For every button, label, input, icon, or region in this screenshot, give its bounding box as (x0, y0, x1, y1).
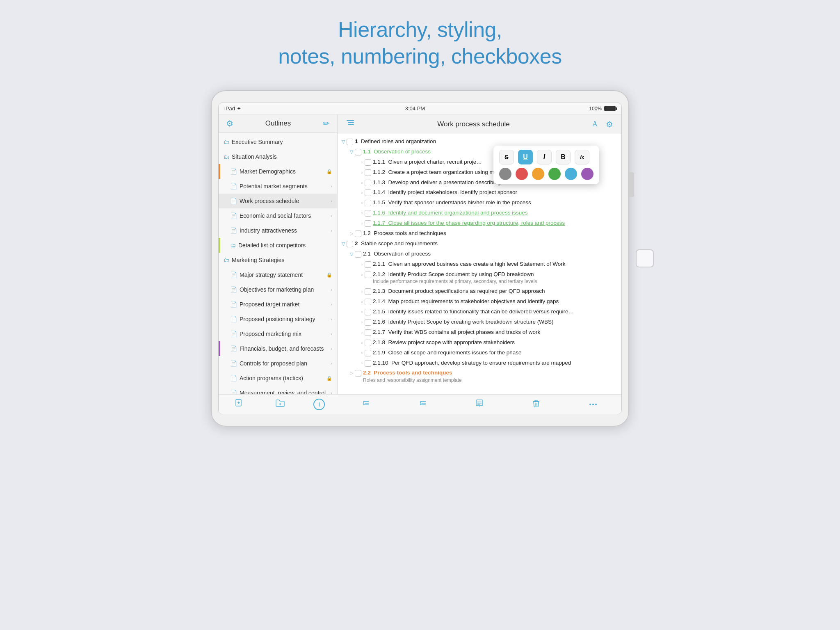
checkbox[interactable] (365, 340, 371, 346)
color-blue[interactable] (565, 168, 577, 180)
outline-row[interactable]: ○ 1.1.5 Verify that sponsor understands … (338, 198, 621, 208)
underline-button[interactable]: U (518, 150, 533, 164)
checkbox[interactable] (365, 360, 371, 367)
checkbox[interactable] (365, 189, 371, 196)
checkbox[interactable] (347, 139, 353, 145)
clear-format-button[interactable]: Ix (575, 150, 589, 164)
outline-row[interactable]: ○ 1.1.6 Identify and document organizati… (338, 208, 621, 218)
sidebar-item-proposed-target[interactable]: 📄 Proposed target market › (219, 297, 337, 312)
checkbox[interactable] (355, 149, 361, 155)
outline-row[interactable]: ○ 2.1.2 Identify Product Scope document … (338, 269, 621, 287)
ipad-label: iPad ✦ (224, 105, 241, 112)
sidebar-item-marketing-strategies[interactable]: 🗂 Marketing Strategies (219, 253, 337, 267)
settings-button[interactable]: ⚙ (224, 118, 235, 129)
bold-button[interactable]: B (556, 150, 571, 164)
info-button[interactable]: i (313, 399, 325, 410)
sidebar-item-controls-proposed[interactable]: 📄 Controls for proposed plan › (219, 356, 337, 371)
font-button[interactable]: A (590, 119, 600, 129)
sidebar-item-market-demographics[interactable]: 📄 Market Demographics 🔒 (219, 164, 337, 179)
outline-row[interactable]: ○ 2.1.10 Per QFD approach, develop strat… (338, 358, 621, 368)
checkbox[interactable] (365, 319, 371, 326)
note-button[interactable] (472, 398, 487, 411)
circle-bullet-icon: ○ (361, 289, 363, 294)
indent-increase-button[interactable] (415, 398, 431, 411)
checkbox[interactable] (365, 200, 371, 206)
chevron-icon: › (331, 302, 332, 307)
checkbox[interactable] (365, 169, 371, 176)
new-doc-button[interactable] (231, 398, 247, 411)
sidebar-item-objectives-marketing[interactable]: 📄 Objectives for marketing plan › (219, 282, 337, 297)
circle-bullet-icon: ○ (361, 160, 363, 165)
sidebar-item-major-strategy[interactable]: 📄 Major strategy statement 🔒 (219, 267, 337, 282)
color-gray[interactable] (499, 168, 511, 180)
triangle-right-icon: ▷ (350, 231, 353, 237)
checkbox[interactable] (365, 159, 371, 166)
sidebar-item-situation-analysis[interactable]: 🗂 Situation Analysis (219, 149, 337, 164)
delete-button[interactable] (528, 398, 544, 411)
checkbox[interactable] (365, 350, 371, 356)
outline-row[interactable]: ○ 2.1.3 Document product specifications … (338, 286, 621, 297)
sidebar-item-industry-attract[interactable]: 📄 Industry attractiveness › (219, 223, 337, 238)
battery-percent: 100% (589, 106, 602, 112)
outline-row[interactable]: ○ 2.1.6 Identify Project Scope by creati… (338, 317, 621, 327)
outline-row[interactable]: ○ 2.1.1 Given an approved business case … (338, 259, 621, 269)
settings-right-button[interactable]: ⚙ (603, 119, 616, 130)
folder-icon: 🗂 (224, 257, 229, 263)
checkbox[interactable] (365, 220, 371, 227)
sidebar-header: ⚙ Outlines ✏ (219, 114, 337, 133)
sidebar-item-work-process[interactable]: 📄 Work process schedule › (219, 194, 337, 208)
sidebar-item-proposed-marketing-mix[interactable]: 📄 Proposed marketing mix › (219, 326, 337, 341)
outline-row[interactable]: ▷ 1.2 Process tools and techniques (338, 228, 621, 239)
italic-button[interactable]: I (537, 150, 552, 164)
color-green[interactable] (548, 168, 561, 180)
checkbox[interactable] (365, 299, 371, 305)
outline-row[interactable]: ▽ 2 Stable scope and requirements (338, 239, 621, 249)
outline-row[interactable]: ○ 1.1.7 Close all issues for the phase r… (338, 218, 621, 228)
outline-row[interactable]: ○ 2.1.9 Close all scope and requirements… (338, 348, 621, 358)
new-folder-button[interactable] (272, 398, 288, 411)
triangle-open-icon: ▽ (350, 251, 353, 257)
outline-row[interactable]: ▷ 2.2 Process tools and techniquesRoles … (338, 368, 621, 385)
sidebar-item-financials[interactable]: 📄 Financials, budget, and forecasts › (219, 341, 337, 356)
outline-row[interactable]: ○ 1.1.4 Identify project stakeholders, i… (338, 187, 621, 198)
outline-icon-button[interactable] (343, 118, 357, 130)
checkbox[interactable] (365, 329, 371, 336)
outline-row[interactable]: ○ 2.1.8 Review project scope with approp… (338, 338, 621, 348)
color-orange[interactable] (532, 168, 544, 180)
outline-row[interactable]: ▽ 2.1 Observation of process (338, 249, 621, 259)
checkbox[interactable] (365, 288, 371, 295)
more-options-button[interactable] (585, 399, 601, 410)
chevron-icon: › (331, 228, 332, 233)
indent-decrease-button[interactable] (358, 398, 374, 411)
sidebar-item-economic-social[interactable]: 📄 Economic and social factors › (219, 208, 337, 223)
color-purple[interactable] (581, 168, 593, 180)
svg-rect-7 (348, 124, 354, 125)
strikethrough-button[interactable]: S (499, 150, 514, 164)
edit-button[interactable]: ✏ (321, 118, 331, 129)
outline-row[interactable]: ○ 2.1.5 Identify issues related to funct… (338, 307, 621, 317)
sidebar-item-label: Measurement, review, and control (240, 390, 328, 394)
outline-row[interactable]: ○ 2.1.7 Verify that WBS contains all pro… (338, 327, 621, 338)
checkbox[interactable] (347, 241, 353, 247)
sidebar-item-action-programs[interactable]: 📄 Action programs (tactics) 🔒 (219, 371, 337, 386)
checkbox[interactable] (365, 210, 371, 217)
sidebar-item-measurement-review[interactable]: 📄 Measurement, review, and control › (219, 386, 337, 394)
color-red[interactable] (516, 168, 528, 180)
home-button[interactable] (636, 249, 654, 267)
sidebar-item-detailed-competitors[interactable]: 🗂 Detailed list of competitors (219, 238, 337, 253)
sidebar-item-executive-summary[interactable]: 🗂 Executive Summary (219, 135, 337, 149)
ipad-side-button (629, 172, 634, 197)
checkbox[interactable] (365, 272, 371, 278)
sidebar-item-proposed-positioning[interactable]: 📄 Proposed positioning strategy › (219, 312, 337, 326)
right-panel: Work process schedule A ⚙ S U I B (338, 114, 621, 414)
sidebar-item-potential-market[interactable]: 📄 Potential market segments › (219, 179, 337, 194)
status-right: 100% (589, 106, 616, 112)
checkbox[interactable] (355, 370, 361, 377)
checkbox[interactable] (365, 180, 371, 186)
checkbox[interactable] (365, 261, 371, 268)
checkbox[interactable] (355, 251, 361, 258)
folder-icon: 🗂 (230, 242, 236, 249)
checkbox[interactable] (355, 231, 361, 237)
outline-row[interactable]: ○ 2.1.4 Map product requirements to stak… (338, 297, 621, 307)
checkbox[interactable] (365, 309, 371, 315)
